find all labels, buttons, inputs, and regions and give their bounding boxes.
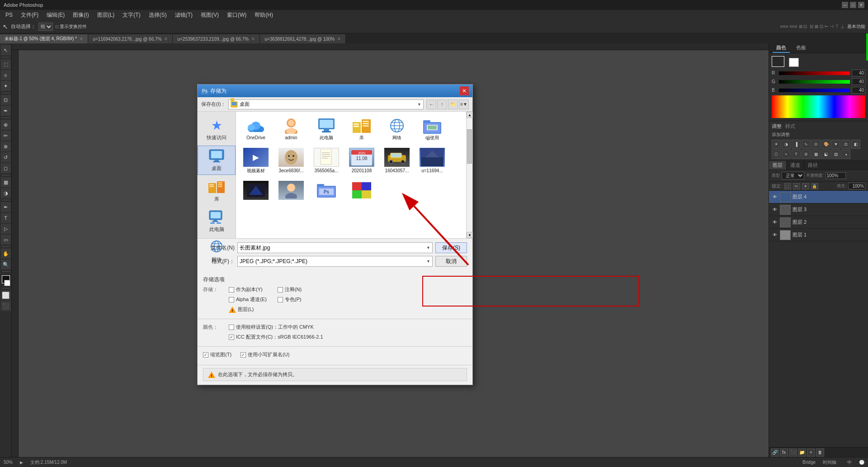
sidebar-this-pc[interactable]: 此电脑 [198,207,236,236]
file-20201108[interactable]: 2020 11.08 20201108 [345,146,378,176]
file-3ece[interactable]: 3ece6836f... [275,146,307,176]
scroll-down-btn[interactable]: ▼ [467,232,473,238]
exposure-btn[interactable]: ⊙ [811,140,821,149]
tab-2-close[interactable]: ✕ [251,37,255,41]
file-qjj[interactable]: qjj使用 [416,115,448,143]
menu-select[interactable]: 选择(S) [145,10,170,20]
layer-4[interactable]: 👁 图层 4 [769,191,868,203]
tab-swatch[interactable]: 色板 [793,43,810,53]
nav-new-folder-button[interactable]: 📁 [448,99,458,109]
file-library[interactable]: 库 [345,115,378,143]
colorbalance-btn[interactable]: ⚖ [841,140,850,149]
bg-color-swatch[interactable] [789,58,799,67]
style-tab[interactable]: 样式 [785,123,795,130]
tab-0[interactable]: 未标题-1 @ 50% (图层 4, RGB/8#) * ✕ [0,34,88,43]
screen-mode[interactable]: ⬛ [1,301,11,311]
clone-tool[interactable]: ⊗ [1,142,11,151]
location-combo[interactable]: 桌面 ▼ [228,99,424,109]
lock-position-btn[interactable]: ✦ [802,183,809,189]
g-bar[interactable] [779,80,850,84]
delete-layer-btn[interactable]: 🗑 [816,448,824,457]
lasso-tool[interactable]: ⌾ [1,70,11,80]
tab-2[interactable]: u=2539637233,2109...jpg @ 66.7% ✕ [173,34,260,43]
shape-tool[interactable]: ▭ [1,235,11,245]
file-color[interactable] [345,179,378,203]
g-value-input[interactable] [852,78,865,85]
menu-window[interactable]: 窗口(W) [223,10,250,20]
mini-bridge-label[interactable]: Bridge [802,460,816,465]
nav-view-button[interactable]: ≡▼ [459,99,469,109]
close-button[interactable]: ✕ [858,2,864,8]
curves-btn[interactable]: ∿ [802,140,811,149]
icc2-checkbox[interactable]: ✓ [229,335,234,340]
tab-1[interactable]: u=116942063,2176...jpg @ 66.7% ✕ [88,34,173,43]
tab-3-close[interactable]: ✕ [337,37,341,41]
blend-mode-select[interactable]: 正常 [782,172,804,179]
minimize-button[interactable]: ─ [842,2,848,8]
lock-transparent-btn[interactable]: ⬚ [784,183,791,189]
hand-tool[interactable]: ✋ [1,249,11,259]
posterize-btn[interactable]: ▦ [811,150,821,159]
fg-color-swatch[interactable] [772,56,784,67]
dialog-close-button[interactable]: ✕ [460,86,469,95]
lowercase-checkbox[interactable]: ✓ [241,352,246,358]
threshold-btn[interactable]: ⬕ [821,150,830,159]
sidebar-quick-access[interactable]: ★ 快速访问 [198,115,236,144]
file-onedrive[interactable]: OneDrive [240,115,272,143]
pen-tool[interactable]: ✒ [1,202,11,212]
channel-mixer-btn[interactable]: ≈ [782,150,791,159]
filename-combo[interactable]: 长图素材.jpg ▼ [237,242,433,253]
r-bar[interactable] [779,71,850,75]
eraser-tool[interactable]: ◻ [1,163,11,173]
tab-color[interactable]: 颜色 [773,43,790,53]
format-combo[interactable]: JPEG (*.JPG;*.JPEG;*.JPE) ▼ [237,256,433,267]
heal-tool[interactable]: ⊕ [1,120,11,130]
bw-btn[interactable]: ◧ [851,140,860,149]
layer-1[interactable]: 👁 图层 1 [769,229,868,241]
eye-4[interactable]: 👁 [772,194,778,200]
brightness-btn[interactable]: ☀ [772,140,781,149]
file-this-pc[interactable]: 此电脑 [310,115,343,143]
bg-color-btn[interactable] [4,280,10,286]
sidebar-desktop[interactable]: 桌面 [198,146,236,175]
file-dark[interactable] [240,179,272,203]
add-mask-btn[interactable]: ⬛ [789,448,797,457]
restore-button[interactable]: □ [850,2,856,8]
nav-up-button[interactable]: ↑ [437,99,447,109]
color-lookup-btn[interactable]: T [792,150,801,159]
scroll-up-btn[interactable]: ▲ [467,112,473,118]
file-network[interactable]: 网络 [381,115,413,143]
sidebar-library[interactable]: 库 [198,177,236,205]
menu-ps[interactable]: PS [2,11,16,19]
menu-filter[interactable]: 滤镜(T) [171,10,196,20]
file-admin[interactable]: admin [275,115,307,143]
tab-1-close[interactable]: ✕ [164,37,168,41]
menu-view[interactable]: 视图(V) [197,10,222,20]
menu-image[interactable]: 图像(I) [69,10,92,20]
thumbnail-checkbox[interactable]: ✓ [203,352,208,358]
layer-2[interactable]: 👁 图层 2 [769,216,868,229]
gradient-map-btn[interactable]: ▤ [831,150,840,159]
files-area[interactable]: OneDrive [236,112,466,238]
dialog-scrollbar[interactable]: ▲ ▼ [466,112,472,238]
color-spectrum[interactable] [772,95,865,118]
file-video[interactable]: ▶ 视频素材 [240,146,272,176]
layers-tab[interactable]: 图层 [769,161,787,170]
b-bar[interactable] [779,89,850,92]
tab-3[interactable]: u=3638812661,4278...jpg @ 100% ✕ [260,34,346,43]
timeline-label[interactable]: 时间轴 [823,459,836,466]
notes-checkbox[interactable] [278,287,283,292]
eye-2[interactable]: 👁 [772,219,778,226]
levels-btn[interactable]: ▐ [792,140,801,149]
link-layers-btn[interactable]: 🔗 [771,448,779,457]
hsl-btn[interactable]: ▼ [831,140,840,149]
history-brush[interactable]: ↺ [1,152,11,162]
new-group-btn[interactable]: 📁 [798,448,806,457]
file-car[interactable]: 16043057... [381,146,413,176]
crop-tool[interactable]: ⊡ [1,95,11,105]
eyedropper-tool[interactable]: ✒ [1,106,11,116]
b-value-input[interactable] [852,87,865,94]
file-folder2[interactable]: Ps [310,179,343,203]
lock-image-btn[interactable]: ✏ [793,183,800,189]
zoom-tool[interactable]: 🔍 [1,259,11,269]
